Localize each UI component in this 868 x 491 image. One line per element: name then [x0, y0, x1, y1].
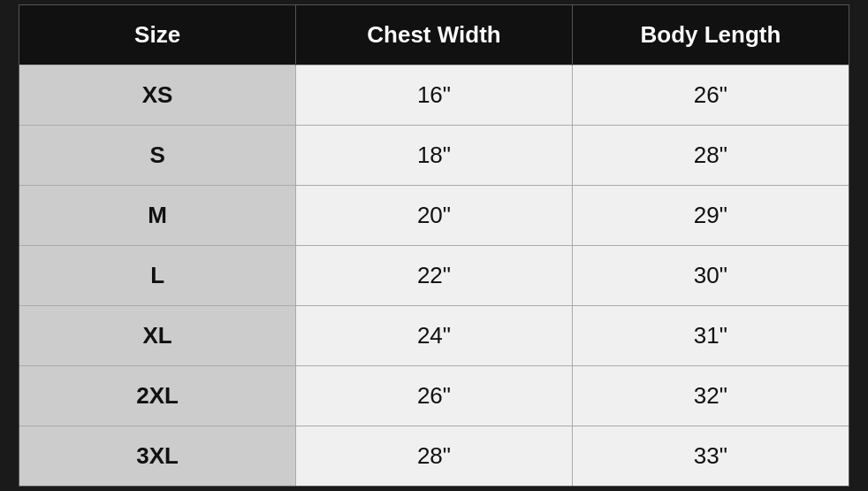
table-header-row: Size Chest Width Body Length	[19, 5, 849, 65]
header-size: Size	[19, 5, 296, 65]
cell-body-length: 28"	[572, 126, 849, 186]
cell-chest-width: 24"	[296, 306, 573, 366]
cell-size: S	[19, 126, 296, 186]
cell-body-length: 33"	[572, 426, 849, 487]
header-body-length: Body Length	[572, 5, 849, 65]
cell-body-length: 31"	[572, 306, 849, 366]
cell-chest-width: 28"	[296, 426, 573, 487]
table-row: S18"28"	[19, 126, 849, 186]
table-row: 2XL26"32"	[19, 366, 849, 426]
cell-body-length: 29"	[572, 186, 849, 246]
table-row: L22"30"	[19, 246, 849, 306]
cell-size: 3XL	[19, 426, 296, 487]
cell-body-length: 30"	[572, 246, 849, 306]
table-row: XL24"31"	[19, 306, 849, 366]
cell-size: 2XL	[19, 366, 296, 426]
cell-body-length: 26"	[572, 65, 849, 126]
cell-size: XS	[19, 65, 296, 126]
cell-size: XL	[19, 306, 296, 366]
table-row: XS16"26"	[19, 65, 849, 126]
table-row: M20"29"	[19, 186, 849, 246]
cell-chest-width: 16"	[296, 65, 573, 126]
cell-body-length: 32"	[572, 366, 849, 426]
header-chest-width: Chest Width	[296, 5, 573, 65]
cell-chest-width: 18"	[296, 126, 573, 186]
cell-chest-width: 26"	[296, 366, 573, 426]
table-row: 3XL28"33"	[19, 426, 849, 487]
cell-size: M	[19, 186, 296, 246]
cell-size: L	[19, 246, 296, 306]
size-chart-table: Size Chest Width Body Length XS16"26"S18…	[19, 4, 849, 487]
cell-chest-width: 22"	[296, 246, 573, 306]
cell-chest-width: 20"	[296, 186, 573, 246]
